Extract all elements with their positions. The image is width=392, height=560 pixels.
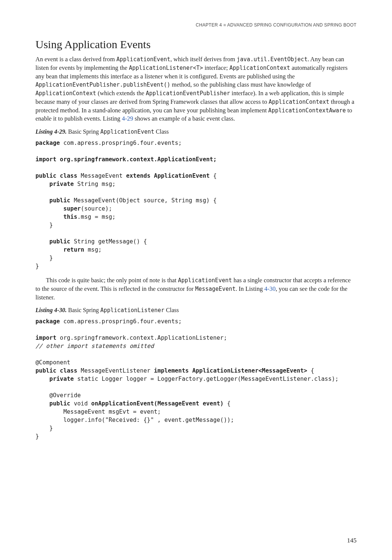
listing-4-29-caption: Listing 4-29. Basic Spring ApplicationEv… bbox=[35, 128, 357, 135]
chapter-label: CHAPTER 4 bbox=[196, 22, 222, 28]
paragraph-1: An event is a class derived from Applica… bbox=[35, 55, 357, 123]
square-separator-icon: ■ bbox=[223, 22, 227, 28]
chapter-title: ADVANCED SPRING CONFIGURATION AND SPRING… bbox=[227, 22, 357, 28]
listing-label: Listing 4-30. bbox=[35, 307, 67, 313]
section-title: Using Application Events bbox=[35, 38, 357, 51]
paragraph-2: This code is quite basic; the only point… bbox=[35, 276, 357, 302]
listing-4-29-link[interactable]: 4-29 bbox=[122, 115, 133, 122]
code-listing-4-29: package com.apress.prospring6.four.event… bbox=[35, 139, 357, 270]
listing-4-30-caption: Listing 4-30. Basic Spring ApplicationLi… bbox=[35, 307, 357, 314]
listing-label: Listing 4-29. bbox=[35, 128, 67, 135]
running-header: CHAPTER 4 ■ ADVANCED SPRING CONFIGURATIO… bbox=[35, 22, 357, 28]
listing-4-30-link[interactable]: 4-30 bbox=[264, 285, 276, 292]
code-listing-4-30: package com.apress.prospring6.four.event… bbox=[35, 317, 357, 441]
page-number: 145 bbox=[347, 537, 357, 544]
